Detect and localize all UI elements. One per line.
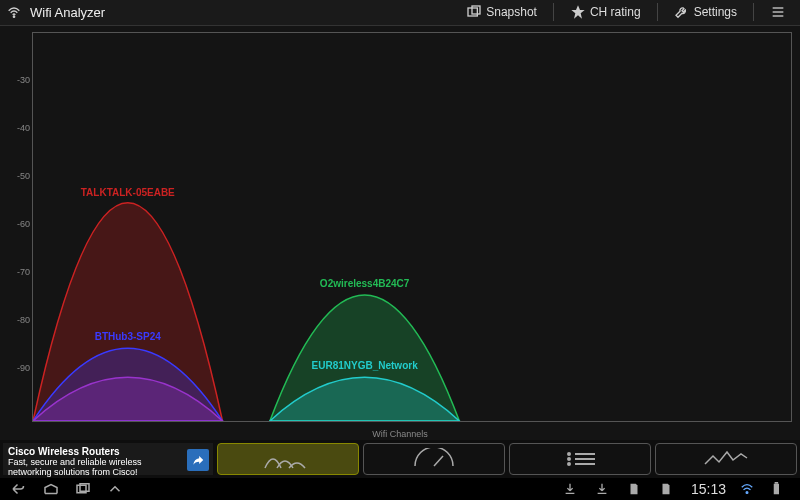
svg-rect-2: [472, 6, 480, 14]
ad-body: Fast, secure and reliable wireless netwo…: [8, 457, 142, 477]
svg-line-7: [434, 456, 443, 466]
menu-icon: [770, 4, 786, 20]
y-tick: -70: [17, 267, 30, 277]
snapshot-label: Snapshot: [486, 5, 537, 19]
y-tick: -50: [17, 171, 30, 181]
y-tick: -30: [17, 75, 30, 85]
battery-icon: [772, 482, 790, 496]
chrating-label: CH rating: [590, 5, 641, 19]
x-axis-label: Wifi Channels: [372, 429, 428, 439]
list-icon: [555, 448, 605, 470]
ad-banner[interactable]: Cisco Wireless Routers Fast, secure and …: [3, 443, 213, 475]
svg-rect-18: [775, 482, 779, 484]
tab-channel-graph[interactable]: [217, 443, 359, 475]
sd-card-icon: [659, 482, 677, 496]
svg-point-16: [746, 492, 748, 494]
tab-time-graph[interactable]: [363, 443, 505, 475]
network-label: EUR81NYGB_Network: [312, 360, 418, 371]
tab-channel-list[interactable]: [509, 443, 651, 475]
line-chart-icon: [701, 448, 751, 470]
chart-area: Signal Strength [dBm] -30-40-50-60-70-80…: [0, 26, 800, 440]
svg-point-12: [568, 463, 570, 465]
svg-marker-3: [571, 6, 584, 19]
tab-signal-graph[interactable]: [655, 443, 797, 475]
svg-point-8: [568, 453, 570, 455]
wrench-icon: [674, 4, 690, 20]
svg-point-0: [13, 16, 14, 17]
home-button[interactable]: [42, 482, 60, 496]
divider: [657, 3, 658, 21]
snapshot-icon: [466, 4, 482, 20]
settings-label: Settings: [694, 5, 737, 19]
menu-button[interactable]: [762, 1, 794, 23]
y-axis-ticks: -30-40-50-60-70-80-90: [0, 26, 32, 440]
app-root: Wifi Analyzer Snapshot CH rating Setting…: [0, 0, 800, 500]
divider: [553, 3, 554, 21]
expand-button[interactable]: [106, 482, 124, 496]
wifi-icon: [6, 4, 22, 20]
network-label: BTHub3-SP24: [95, 331, 161, 342]
settings-button[interactable]: Settings: [666, 1, 745, 23]
svg-point-10: [568, 458, 570, 460]
gauge-icon: [409, 448, 459, 470]
chrating-button[interactable]: CH rating: [562, 1, 649, 23]
svg-rect-17: [774, 484, 779, 495]
snapshot-button[interactable]: Snapshot: [458, 1, 545, 23]
svg-rect-1: [468, 8, 477, 16]
ad-share-button[interactable]: [187, 449, 209, 471]
y-tick: -80: [17, 315, 30, 325]
recent-apps-button[interactable]: [74, 482, 92, 496]
network-label: O2wireless4B24C7: [320, 278, 410, 289]
network-label: TALKTALK-05EABE: [81, 187, 175, 198]
y-tick: -40: [17, 123, 30, 133]
divider: [753, 3, 754, 21]
download-icon: [595, 482, 613, 496]
back-button[interactable]: [10, 482, 28, 496]
channel-graph-icon: [263, 448, 313, 470]
view-switcher: Cisco Wireless Routers Fast, secure and …: [0, 440, 800, 478]
star-icon: [570, 4, 586, 20]
y-tick: -90: [17, 363, 30, 373]
app-title: Wifi Analyzer: [30, 5, 105, 20]
ad-title: Cisco Wireless Routers: [8, 446, 185, 457]
sd-card-icon: [627, 482, 645, 496]
download-icon: [563, 482, 581, 496]
chart-plot: 1234567891011121314TALKTALK-05EABEBTHub3…: [32, 32, 792, 422]
clock: 15:13: [691, 481, 726, 497]
system-nav-bar: 15:13: [0, 478, 800, 500]
y-tick: -60: [17, 219, 30, 229]
wifi-status-icon: [740, 482, 758, 496]
app-topbar: Wifi Analyzer Snapshot CH rating Setting…: [0, 0, 800, 26]
